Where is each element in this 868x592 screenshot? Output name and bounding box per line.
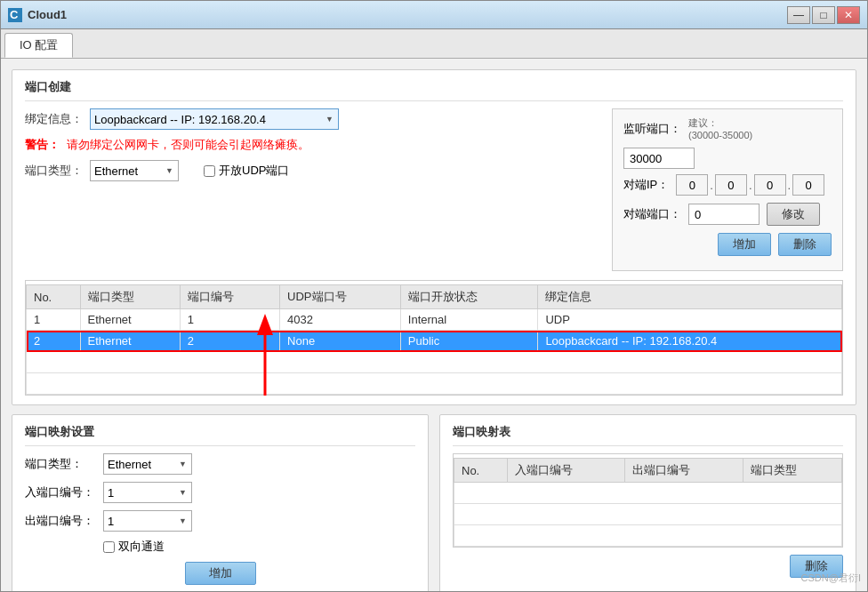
port-mapping-settings-title: 端口映射设置 — [25, 424, 415, 446]
col-type: 端口类型 — [80, 285, 180, 309]
ip-group: 0 . 0 . 0 . 0 — [676, 174, 824, 196]
main-window: C Cloud1 — □ ✕ IO 配置 端口创建 绑定信息： — [0, 0, 868, 592]
svg-text:C: C — [10, 8, 19, 21]
map-col-in: 入端口编号 — [508, 459, 625, 483]
mapping-add-row: 增加 — [25, 562, 415, 585]
port-creation-section: 端口创建 绑定信息： Loopbackcard -- IP: 192.168.2… — [12, 69, 856, 405]
port-type-label: 端口类型： — [25, 163, 83, 179]
port-creation-right: 监听端口： 建议： (30000-35000) 对端IP： 0 . 0 . — [612, 108, 843, 271]
port-table-container: No. 端口类型 端口编号 UDP端口号 端口开放状态 绑定信息 1 Ether… — [25, 280, 843, 396]
binding-select-wrapper[interactable]: Loopbackcard -- IP: 192.168.20.4 — [90, 108, 339, 130]
title-bar: C Cloud1 — □ ✕ — [1, 1, 867, 29]
cell-binding: Loopbackcard -- IP: 192.168.20.4 — [538, 331, 842, 352]
port-mapping-settings-section: 端口映射设置 端口类型： Ethernet 入端口编号： 1 — [12, 414, 429, 591]
udp-checkbox-row: 开放UDP端口 — [204, 163, 289, 179]
ip-octet-2: 0 — [715, 174, 747, 196]
listen-port-input[interactable] — [623, 148, 695, 169]
listen-port-label: 监听端口： — [623, 121, 681, 137]
port-creation-left: 绑定信息： Loopbackcard -- IP: 192.168.20.4 警… — [25, 108, 594, 271]
app-icon: C — [8, 8, 22, 22]
bidirectional-label[interactable]: 双向通道 — [118, 539, 165, 555]
port-mapping-table-title: 端口映射表 — [453, 424, 843, 446]
warning-prefix: 警告： — [25, 137, 60, 153]
out-port-wrapper[interactable]: 1 — [103, 510, 192, 532]
port-table: No. 端口类型 端口编号 UDP端口号 端口开放状态 绑定信息 1 Ether… — [26, 284, 842, 395]
binding-label: 绑定信息： — [25, 111, 83, 127]
ip-octet-3: 0 — [754, 174, 786, 196]
port-creation-title: 端口创建 — [25, 79, 843, 101]
mapping-table-container: No. 入端口编号 出端口编号 端口类型 — [453, 453, 843, 548]
table-row[interactable]: 1 Ethernet 1 4032 Internal UDP — [27, 309, 842, 331]
cell-udp: 4032 — [280, 309, 401, 331]
cell-type: Ethernet — [80, 309, 180, 331]
mapping-table-empty-3 — [454, 525, 842, 547]
mapping-add-button[interactable]: 增加 — [185, 562, 256, 585]
remote-ip-row: 对端IP： 0 . 0 . 0 . 0 — [623, 174, 832, 196]
cell-udp: None — [280, 331, 401, 352]
cell-binding: UDP — [538, 309, 842, 331]
window-title: Cloud1 — [28, 8, 67, 21]
remote-port-row: 对端端口： 修改 — [623, 203, 832, 226]
col-udp: UDP端口号 — [280, 285, 401, 309]
table-row-selected[interactable]: 2 Ethernet 2 None Public Loopbackcard --… — [27, 331, 842, 352]
cell-no: 1 — [27, 309, 81, 331]
mapping-port-type-wrapper[interactable]: Ethernet — [103, 453, 192, 475]
in-port-select[interactable]: 1 — [103, 482, 192, 503]
map-col-out: 出端口编号 — [625, 459, 743, 483]
tab-io-config[interactable]: IO 配置 — [4, 33, 73, 58]
delete-port-button[interactable]: 删除 — [778, 233, 832, 256]
mapping-table-empty — [454, 483, 842, 504]
remote-ip-label: 对端IP： — [623, 177, 669, 193]
ip-octet-1: 0 — [676, 174, 708, 196]
col-no: No. — [27, 285, 81, 309]
title-bar-left: C Cloud1 — [8, 8, 67, 22]
table-row-empty-2 — [27, 373, 842, 395]
in-port-row: 入端口编号： 1 — [25, 482, 415, 503]
close-button[interactable]: ✕ — [837, 6, 860, 24]
remote-port-input[interactable] — [688, 204, 760, 225]
col-binding: 绑定信息 — [538, 285, 842, 309]
ip-octet-4: 0 — [792, 174, 824, 196]
bidirectional-checkbox[interactable] — [103, 541, 115, 553]
bidirectional-checkbox-row: 双向通道 — [103, 539, 165, 555]
out-port-row: 出端口编号： 1 — [25, 510, 415, 532]
add-port-button[interactable]: 增加 — [718, 233, 771, 256]
tab-bar: IO 配置 — [1, 29, 867, 59]
in-port-label: 入端口编号： — [25, 484, 96, 500]
mapping-port-type-select[interactable]: Ethernet — [103, 453, 192, 475]
bottom-sections: 端口映射设置 端口类型： Ethernet 入端口编号： 1 — [12, 414, 856, 591]
remote-port-label: 对端端口： — [623, 206, 681, 222]
cell-status: Internal — [400, 309, 538, 331]
in-port-wrapper[interactable]: 1 — [103, 482, 192, 503]
warning-row: 警告： 请勿绑定公网网卡，否则可能会引起网络瘫痪。 — [25, 137, 594, 153]
title-controls: — □ ✕ — [787, 6, 860, 24]
port-type-select[interactable]: Ethernet — [90, 160, 179, 181]
udp-checkbox-label[interactable]: 开放UDP端口 — [219, 163, 289, 179]
col-status: 端口开放状态 — [400, 285, 538, 309]
out-port-label: 出端口编号： — [25, 513, 96, 529]
binding-select[interactable]: Loopbackcard -- IP: 192.168.20.4 — [90, 108, 339, 130]
modify-button[interactable]: 修改 — [767, 203, 820, 226]
cell-type: Ethernet — [80, 331, 180, 352]
port-table-header: No. 端口类型 端口编号 UDP端口号 端口开放状态 绑定信息 — [27, 285, 842, 309]
main-content: 端口创建 绑定信息： Loopbackcard -- IP: 192.168.2… — [1, 59, 867, 591]
mapping-table-empty-2 — [454, 504, 842, 525]
udp-checkbox[interactable] — [204, 165, 215, 177]
port-type-select-wrapper[interactable]: Ethernet — [90, 160, 179, 181]
minimize-button[interactable]: — — [787, 6, 810, 24]
map-col-type: 端口类型 — [743, 459, 841, 483]
cell-status: Public — [400, 331, 538, 352]
out-port-select[interactable]: 1 — [103, 510, 192, 532]
watermark: CSDN@君衍I — [801, 572, 861, 585]
port-mapping-table-section: 端口映射表 No. 入端口编号 出端口编号 端口类型 — [439, 414, 856, 591]
warning-text: 请勿绑定公网网卡，否则可能会引起网络瘫痪。 — [67, 137, 309, 153]
mapping-table: No. 入端口编号 出端口编号 端口类型 — [454, 458, 842, 547]
mapping-port-type-label: 端口类型： — [25, 456, 96, 472]
table-row-empty-1 — [27, 352, 842, 373]
maximize-button[interactable]: □ — [812, 6, 835, 24]
mapping-port-type-row: 端口类型： Ethernet — [25, 453, 415, 475]
listen-port-row: 监听端口： 建议： (30000-35000) — [623, 116, 832, 140]
listen-port-hint: 建议： (30000-35000) — [688, 116, 752, 140]
cell-no: 2 — [27, 331, 81, 352]
add-delete-row: 增加 删除 — [623, 233, 832, 256]
